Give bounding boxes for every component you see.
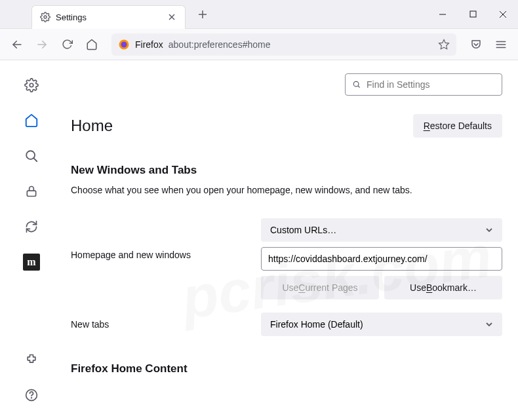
maximize-button[interactable] <box>458 0 488 29</box>
close-window-button[interactable] <box>488 0 518 29</box>
select-value: Custom URLs… <box>270 225 336 235</box>
svg-rect-6 <box>470 11 476 17</box>
bookmark-star-icon[interactable] <box>438 39 450 50</box>
svg-line-19 <box>33 158 37 161</box>
sidebar-help[interactable] <box>20 383 43 407</box>
m-badge-icon: m <box>23 254 40 271</box>
settings-sidebar: m <box>0 60 63 420</box>
newtabs-label: New tabs <box>71 319 261 330</box>
svg-line-24 <box>358 86 360 88</box>
svg-point-12 <box>121 41 127 47</box>
sidebar-privacy[interactable] <box>20 180 43 203</box>
restore-defaults-button[interactable]: Restore Defaults <box>413 114 502 138</box>
sidebar-more[interactable]: m <box>20 250 43 274</box>
sidebar-general[interactable] <box>20 73 43 97</box>
new-tab-button[interactable] <box>193 5 212 24</box>
menu-button[interactable] <box>490 34 511 55</box>
content: m Home Restore Defaults New Windows and … <box>0 60 518 420</box>
home-button[interactable] <box>81 34 102 55</box>
tab-close-button[interactable] <box>167 12 177 22</box>
svg-marker-13 <box>439 39 449 48</box>
svg-rect-20 <box>27 191 35 196</box>
section-home-content-title: Firefox Home Content <box>71 362 502 375</box>
newtabs-select[interactable]: Firefox Home (Default) <box>261 313 502 336</box>
search-settings-field[interactable] <box>345 73 502 96</box>
window-chrome: Settings <box>0 0 518 29</box>
back-button[interactable] <box>7 34 28 55</box>
chevron-down-icon <box>485 320 493 328</box>
svg-point-22 <box>31 398 32 398</box>
svg-point-0 <box>44 16 47 18</box>
settings-main: Home Restore Defaults New Windows and Ta… <box>63 60 518 420</box>
section-new-windows-desc: Choose what you see when you open your h… <box>71 183 502 197</box>
urlbar-text: about:preferences#home <box>169 39 271 50</box>
sidebar-sync[interactable] <box>20 215 43 239</box>
sidebar-search[interactable] <box>20 144 43 168</box>
svg-point-17 <box>30 83 33 87</box>
search-settings-input[interactable] <box>367 79 495 90</box>
use-current-pages-button[interactable]: Use Current Pages <box>261 276 379 299</box>
minimize-button[interactable] <box>428 0 458 29</box>
homepage-label: Homepage and new windows <box>71 218 261 260</box>
url-bar[interactable]: Firefox about:preferences#home <box>111 33 456 56</box>
select-value: Firefox Home (Default) <box>270 319 363 330</box>
page-title: Home <box>71 117 113 135</box>
sidebar-home[interactable] <box>20 109 43 132</box>
browser-tab[interactable]: Settings <box>31 5 186 29</box>
urlbar-identity: Firefox <box>135 39 163 50</box>
use-bookmark-button[interactable]: Use Bookmark… <box>384 276 502 299</box>
homepage-mode-select[interactable]: Custom URLs… <box>261 218 502 242</box>
reload-button[interactable] <box>56 34 77 55</box>
gear-icon <box>40 12 50 22</box>
homepage-url-input[interactable] <box>261 247 502 271</box>
tab-title: Settings <box>56 12 161 22</box>
pocket-button[interactable] <box>466 34 487 55</box>
search-icon <box>352 80 361 89</box>
sidebar-extensions[interactable] <box>20 348 43 372</box>
window-controls <box>428 0 518 29</box>
forward-button[interactable] <box>31 34 52 55</box>
firefox-icon <box>118 39 130 50</box>
toolbar: Firefox about:preferences#home <box>0 29 518 60</box>
chevron-down-icon <box>485 226 493 234</box>
section-new-windows-title: New Windows and Tabs <box>71 164 502 177</box>
